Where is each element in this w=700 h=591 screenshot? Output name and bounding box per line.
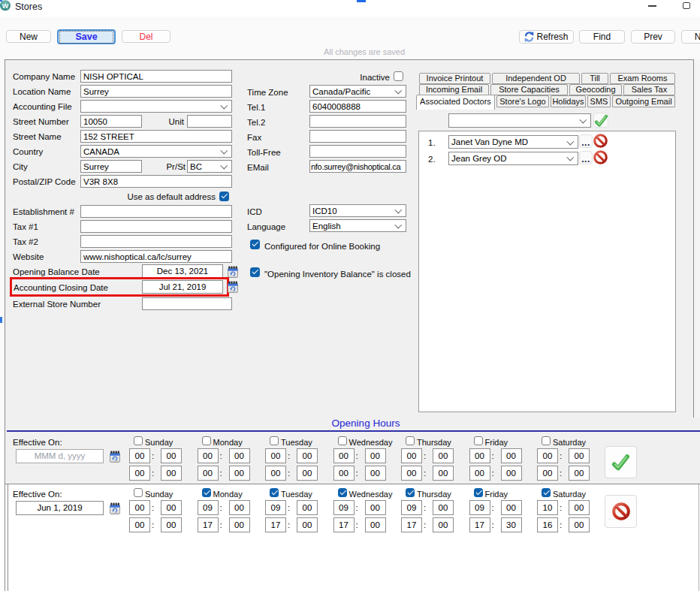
svg-text:W: W <box>2 2 9 10</box>
